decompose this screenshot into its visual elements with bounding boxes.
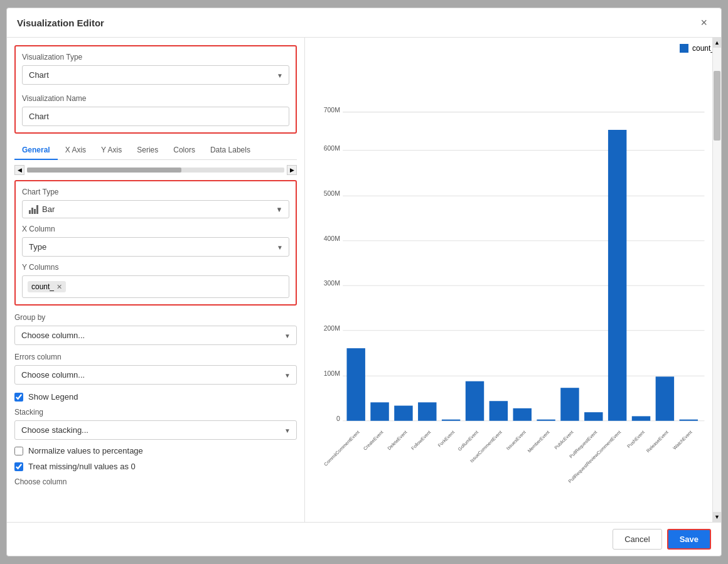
- svg-rect-28: [490, 401, 508, 421]
- tab-scroll-row: ◀ ▶: [14, 165, 297, 175]
- bar-chart-icon: [29, 205, 38, 214]
- cancel-button[interactable]: Cancel: [613, 529, 661, 550]
- tabs-row: General X Axis Y Axis Series Colors Data…: [14, 141, 297, 160]
- errors-column-select[interactable]: Choose column...: [14, 365, 297, 385]
- treat-missing-checkbox[interactable]: [14, 462, 23, 471]
- svg-text:DeleteEvent: DeleteEvent: [387, 429, 409, 451]
- svg-text:600M: 600M: [324, 144, 340, 152]
- modal-body: Visualization Type Chart Visualization N…: [7, 38, 721, 522]
- tab-series[interactable]: Series: [129, 141, 166, 160]
- tab-general[interactable]: General: [14, 141, 58, 160]
- legend-label: count_: [692, 44, 715, 53]
- scrollbar-track: [713, 48, 721, 512]
- errors-column-select-wrapper: Choose column...: [14, 365, 297, 385]
- svg-text:0: 0: [336, 415, 340, 422]
- treat-missing-label: Treat missing/null values as 0: [28, 462, 136, 471]
- tab-datalabels[interactable]: Data Labels: [203, 141, 258, 160]
- svg-rect-22: [418, 402, 436, 420]
- svg-text:WatchEvent: WatchEvent: [672, 429, 693, 450]
- normalize-row: Normalize values to percentage: [14, 446, 297, 455]
- svg-rect-38: [608, 130, 626, 421]
- svg-rect-36: [584, 412, 602, 421]
- tab-colors[interactable]: Colors: [166, 141, 203, 160]
- right-scrollbar[interactable]: ▲ ▼: [712, 38, 721, 522]
- modal-header: Visualization Editor ×: [7, 8, 721, 38]
- svg-text:300M: 300M: [324, 279, 340, 287]
- chart-container: 0 100M 200M 300M 400M 500M 600M 700M: [315, 48, 711, 493]
- choose-column-label: Choose column: [14, 477, 297, 486]
- chart-legend: count_: [680, 44, 715, 53]
- viz-name-label: Visualization Name: [22, 94, 289, 103]
- scrollbar-up-arrow[interactable]: ▲: [713, 38, 721, 48]
- y-column-tag-label: count_: [31, 282, 54, 291]
- svg-rect-20: [394, 406, 412, 421]
- svg-text:500M: 500M: [324, 189, 340, 197]
- chart-type-section: Chart Type Bar ▼: [22, 188, 289, 218]
- svg-text:FollowEvent: FollowEvent: [410, 429, 432, 451]
- svg-rect-26: [466, 381, 484, 421]
- y-column-tag-remove[interactable]: ✕: [56, 283, 62, 291]
- svg-rect-42: [656, 376, 674, 420]
- x-column-select-wrapper: Type: [22, 237, 289, 257]
- scroll-left-arrow[interactable]: ◀: [14, 165, 24, 175]
- viz-type-select-wrapper: Chart: [22, 65, 289, 85]
- normalize-checkbox[interactable]: [14, 447, 23, 455]
- svg-rect-40: [632, 416, 650, 420]
- x-column-select[interactable]: Type: [22, 237, 289, 257]
- x-column-label: X Column: [22, 225, 289, 233]
- svg-rect-24: [442, 420, 460, 421]
- save-button[interactable]: Save: [667, 529, 711, 550]
- stacking-label: Stacking: [14, 408, 297, 417]
- show-legend-checkbox[interactable]: [14, 393, 23, 402]
- choose-column-section: Choose column: [14, 477, 297, 486]
- modal-footer: Cancel Save: [7, 522, 721, 556]
- y-columns-input[interactable]: count_ ✕: [22, 275, 289, 298]
- show-legend-label: Show Legend: [28, 392, 78, 402]
- viz-type-select[interactable]: Chart: [22, 65, 289, 85]
- close-button[interactable]: ×: [697, 16, 711, 29]
- y-columns-section: Y Columns count_ ✕: [22, 263, 289, 298]
- svg-text:ForkEvent: ForkEvent: [437, 429, 456, 448]
- chart-type-label: Chart Type: [22, 188, 289, 196]
- show-legend-row: Show Legend: [14, 392, 297, 402]
- y-column-tag: count_ ✕: [28, 281, 66, 292]
- errors-column-label: Errors column: [14, 353, 297, 361]
- tab-xaxis[interactable]: X Axis: [58, 141, 94, 160]
- scroll-right-arrow[interactable]: ▶: [287, 165, 297, 175]
- svg-rect-30: [513, 408, 532, 421]
- modal-title: Visualization Editor: [17, 18, 104, 28]
- group-by-select-wrapper: Choose column...: [14, 326, 297, 345]
- svg-text:ReleaseEvent: ReleaseEvent: [645, 429, 670, 454]
- right-panel: count_ 0 100M 200M 300M 400M 500M 600M 7…: [305, 38, 721, 522]
- viz-name-input[interactable]: [22, 107, 289, 126]
- visualization-editor-modal: Visualization Editor × Visualization Typ…: [6, 8, 722, 556]
- svg-text:CreateEvent: CreateEvent: [362, 429, 384, 451]
- x-column-section: X Column Type: [22, 225, 289, 257]
- svg-text:GollumEvent: GollumEvent: [457, 429, 479, 452]
- stacking-select[interactable]: Choose stacking...: [14, 420, 297, 440]
- scrollbar-thumb: [714, 71, 720, 141]
- scroll-track: [27, 168, 284, 173]
- svg-rect-44: [680, 420, 698, 421]
- svg-rect-18: [370, 402, 388, 420]
- group-by-section: Group by Choose column...: [14, 313, 297, 345]
- group-by-select[interactable]: Choose column...: [14, 326, 297, 345]
- svg-text:PublicEvent: PublicEvent: [553, 429, 574, 450]
- chart-type-value: Bar: [42, 205, 272, 214]
- svg-rect-34: [560, 388, 579, 421]
- svg-text:400M: 400M: [324, 235, 340, 242]
- tabs-container: General X Axis Y Axis Series Colors Data…: [14, 141, 297, 175]
- chart-type-chevron: ▼: [276, 206, 282, 213]
- scroll-thumb: [27, 168, 181, 173]
- svg-rect-32: [537, 420, 555, 421]
- viz-type-label: Visualization Type: [22, 53, 289, 61]
- svg-text:IssuesEvent: IssuesEvent: [505, 429, 527, 451]
- chart-settings-section: Chart Type Bar ▼: [14, 180, 297, 306]
- stacking-select-wrapper: Choose stacking...: [14, 420, 297, 440]
- tab-yaxis[interactable]: Y Axis: [94, 141, 129, 160]
- bar-chart-svg: 0 100M 200M 300M 400M 500M 600M 700M: [315, 48, 711, 493]
- svg-text:200M: 200M: [324, 324, 340, 332]
- left-panel: Visualization Type Chart Visualization N…: [7, 38, 305, 522]
- chart-type-selector[interactable]: Bar ▼: [22, 200, 289, 218]
- scrollbar-down-arrow[interactable]: ▼: [713, 512, 721, 522]
